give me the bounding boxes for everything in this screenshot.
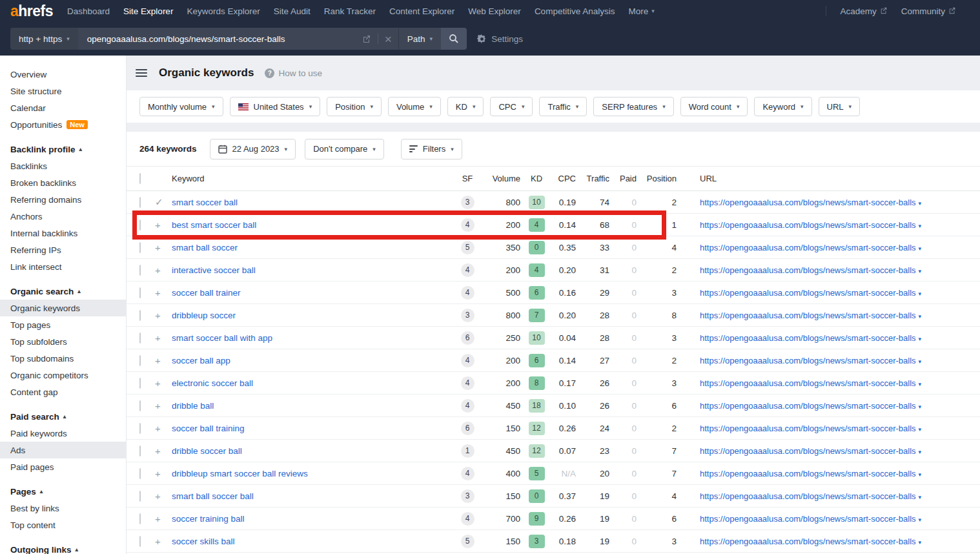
url-link[interactable]: https://opengoaaalusa.com/blogs/news/sma… — [700, 220, 916, 230]
row-checkbox[interactable] — [139, 287, 141, 298]
row-checkbox[interactable] — [139, 265, 141, 276]
url-link[interactable]: https://opengoaaalusa.com/blogs/news/sma… — [700, 265, 916, 275]
add-to-list-icon[interactable]: + — [155, 468, 172, 479]
url-dropdown-icon[interactable]: ▾ — [919, 268, 922, 274]
url-dropdown-icon[interactable]: ▾ — [919, 471, 922, 478]
sidebar-item-organic-competitors[interactable]: Organic competitors — [0, 367, 126, 384]
url-link[interactable]: https://opengoaaalusa.com/blogs/news/sma… — [700, 446, 916, 456]
url-link[interactable]: https://opengoaaalusa.com/blogs/news/sma… — [700, 378, 916, 388]
column-header-position[interactable]: Position — [637, 174, 677, 183]
url-dropdown-icon[interactable]: ▾ — [919, 404, 922, 410]
sidebar-item-referring-domains[interactable]: Referring domains — [0, 191, 126, 208]
sidebar-item-ads[interactable]: Ads — [0, 442, 126, 458]
nav-item-site-audit[interactable]: Site Audit — [274, 6, 311, 16]
filter-keyword-dropdown[interactable]: Keyword▾ — [754, 97, 812, 116]
row-checkbox[interactable] — [139, 220, 141, 231]
add-to-list-icon[interactable]: + — [155, 513, 172, 524]
tracked-check-icon[interactable]: ✓ — [155, 196, 172, 208]
keyword-link[interactable]: electronic soccer ball — [172, 378, 253, 388]
add-to-list-icon[interactable]: + — [155, 265, 172, 276]
add-to-list-icon[interactable]: + — [155, 287, 172, 298]
add-to-list-icon[interactable]: + — [155, 242, 172, 253]
url-link[interactable]: https://opengoaaalusa.com/blogs/news/sma… — [700, 401, 916, 411]
filter-word-count-dropdown[interactable]: Word count▾ — [680, 97, 748, 116]
add-to-list-icon[interactable]: + — [155, 423, 172, 434]
sidebar-item-calendar[interactable]: Calendar — [0, 99, 126, 116]
filter-united-states-dropdown[interactable]: United States▾ — [230, 97, 321, 116]
add-to-list-icon[interactable]: + — [155, 378, 172, 389]
clear-input-icon[interactable]: × — [385, 33, 392, 45]
sf-badge[interactable]: 4 — [461, 467, 475, 480]
url-link[interactable]: https://opengoaaalusa.com/blogs/news/sma… — [700, 469, 916, 478]
add-to-list-icon[interactable]: + — [155, 333, 172, 344]
nav-item-dashboard[interactable]: Dashboard — [67, 6, 110, 16]
url-dropdown-icon[interactable]: ▾ — [919, 426, 922, 433]
url-dropdown-icon[interactable]: ▾ — [919, 517, 922, 523]
row-checkbox[interactable] — [139, 423, 141, 434]
sidebar-item-internal-backlinks[interactable]: Internal backlinks — [0, 225, 126, 241]
add-to-list-icon[interactable]: + — [155, 536, 172, 547]
sf-badge[interactable]: 4 — [461, 399, 475, 413]
sf-badge[interactable]: 3 — [461, 489, 475, 503]
row-checkbox[interactable] — [139, 197, 141, 208]
column-header-sf[interactable]: SF — [452, 174, 483, 183]
sf-badge[interactable]: 4 — [461, 218, 475, 232]
sidebar-item-best-by-links[interactable]: Best by links — [0, 500, 126, 517]
sf-badge[interactable]: 3 — [461, 309, 475, 322]
url-link[interactable]: https://opengoaaalusa.com/blogs/news/sma… — [700, 243, 916, 252]
keyword-link[interactable]: smart ball soccer — [172, 243, 238, 252]
sf-badge[interactable]: 4 — [461, 376, 475, 390]
url-link[interactable]: https://opengoaaalusa.com/blogs/news/sma… — [700, 311, 916, 320]
sidebar-section-paid-search[interactable]: Paid search▴ — [0, 408, 126, 425]
keyword-link[interactable]: soccer training ball — [172, 514, 245, 524]
column-header-kd[interactable]: KD — [520, 174, 553, 183]
nav-item-content-explorer[interactable]: Content Explorer — [389, 6, 454, 16]
nav-item-web-explorer[interactable]: Web Explorer — [468, 6, 521, 16]
sidebar-section-pages[interactable]: Pages▴ — [0, 483, 126, 500]
sidebar-item-content-gap[interactable]: Content gap — [0, 384, 126, 400]
filter-kd-dropdown[interactable]: KD▾ — [447, 97, 484, 116]
column-header-url[interactable]: URL — [677, 174, 980, 183]
column-header-volume[interactable]: Volume — [483, 174, 520, 183]
add-to-list-icon[interactable]: + — [155, 355, 172, 366]
url-link[interactable]: https://opengoaaalusa.com/blogs/news/sma… — [700, 288, 916, 298]
add-to-list-icon[interactable]: + — [155, 310, 172, 321]
nav-item-competitive-analysis[interactable]: Competitive Analysis — [535, 6, 615, 16]
sidebar-item-top-subdomains[interactable]: Top subdomains — [0, 350, 126, 367]
url-link[interactable]: https://opengoaaalusa.com/blogs/news/sma… — [700, 356, 916, 365]
settings-button[interactable]: Settings — [477, 34, 523, 44]
open-in-new-tab-icon[interactable] — [362, 34, 371, 43]
nav-item-community[interactable]: Community — [901, 6, 956, 16]
filter-serp-features-dropdown[interactable]: SERP features▾ — [593, 97, 673, 116]
sf-badge[interactable]: 5 — [461, 535, 475, 548]
keyword-link[interactable]: soccer ball app — [172, 356, 230, 365]
keyword-link[interactable]: dribbleup smart soccer ball reviews — [172, 469, 308, 478]
target-url-input[interactable]: opengoaaalusa.com/blogs/news/smart-socce… — [78, 28, 356, 50]
sf-badge[interactable]: 4 — [461, 354, 475, 367]
url-dropdown-icon[interactable]: ▾ — [919, 336, 922, 342]
url-dropdown-icon[interactable]: ▾ — [919, 381, 922, 387]
row-checkbox[interactable] — [139, 491, 141, 502]
column-header-paid[interactable]: Paid — [609, 174, 637, 183]
filter-traffic-dropdown[interactable]: Traffic▾ — [539, 97, 587, 116]
sf-badge[interactable]: 4 — [461, 512, 475, 526]
keyword-link[interactable]: dribbleup soccer — [172, 311, 236, 320]
url-dropdown-icon[interactable]: ▾ — [919, 223, 922, 229]
url-link[interactable]: https://opengoaaalusa.com/blogs/news/sma… — [700, 333, 916, 343]
keyword-link[interactable]: dribble ball — [172, 401, 214, 411]
keyword-link[interactable]: soccer ball training — [172, 424, 245, 433]
url-link[interactable]: https://opengoaaalusa.com/blogs/news/sma… — [700, 514, 916, 524]
url-dropdown-icon[interactable]: ▾ — [919, 313, 922, 320]
protocol-dropdown[interactable]: http + https ▾ — [10, 28, 78, 50]
row-checkbox[interactable] — [139, 310, 141, 321]
nav-item-more[interactable]: More▾ — [628, 6, 654, 16]
nav-item-site-explorer[interactable]: Site Explorer — [123, 6, 173, 16]
keyword-link[interactable]: smart soccer ball with app — [172, 333, 272, 343]
sidebar-item-top-content[interactable]: Top content — [0, 517, 126, 533]
row-checkbox[interactable] — [139, 468, 141, 479]
row-checkbox[interactable] — [139, 378, 141, 389]
sidebar-item-organic-keywords[interactable]: Organic keywords — [0, 300, 126, 316]
sidebar-section-outgoing-links[interactable]: Outgoing links▴ — [0, 541, 126, 554]
nav-item-rank-tracker[interactable]: Rank Tracker — [324, 6, 376, 16]
add-to-list-icon[interactable]: + — [155, 400, 172, 411]
